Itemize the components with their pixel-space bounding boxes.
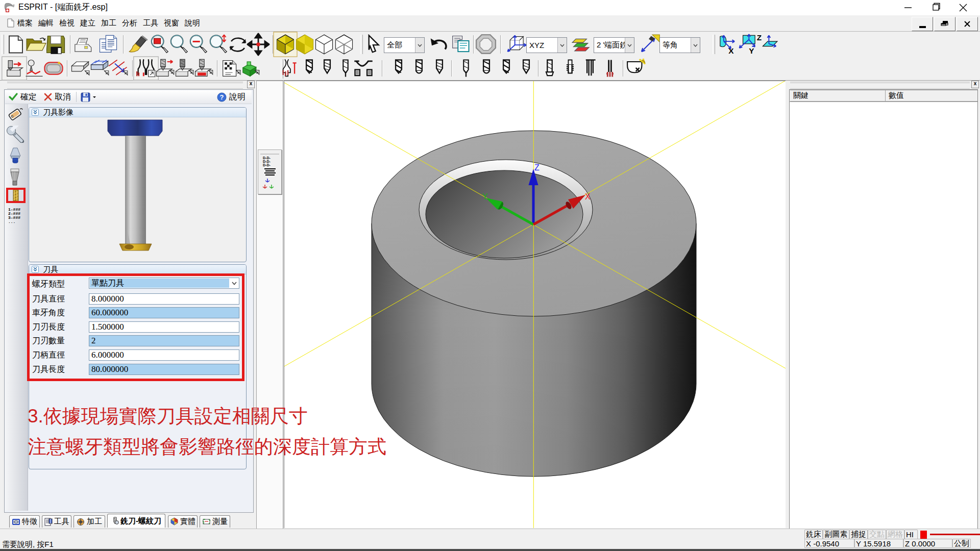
svg-text:Y: Y	[482, 192, 488, 201]
svg-text:Z: Z	[534, 163, 540, 172]
svg-text:D-D-: D-D-	[263, 160, 271, 163]
svg-text:D-D-: D-D-	[263, 163, 271, 167]
svg-text:Y: Y	[749, 46, 754, 55]
svg-text:X: X	[728, 46, 734, 55]
svg-text:X: X	[585, 192, 591, 201]
svg-text:D-D-: D-D-	[263, 156, 271, 160]
svg-text:Z: Z	[757, 33, 762, 42]
